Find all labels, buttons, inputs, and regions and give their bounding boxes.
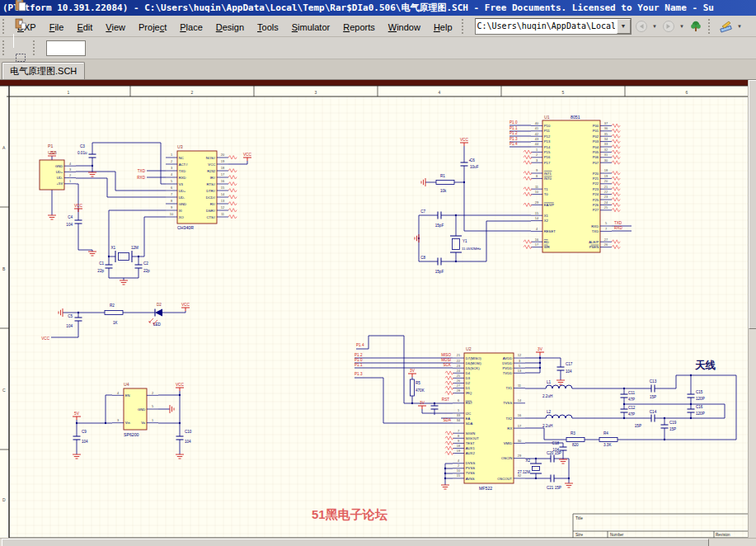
svg-text:EN: EN (125, 393, 130, 398)
menu-help[interactable]: Help (427, 21, 459, 34)
svg-text:T0: T0 (544, 192, 549, 196)
svg-text:R5: R5 (416, 381, 420, 385)
menu-place[interactable]: Place (173, 21, 209, 34)
svg-text:MF522: MF522 (479, 486, 492, 491)
svg-text:R2: R2 (110, 304, 115, 308)
address-input[interactable] (476, 21, 617, 31)
svg-text:DTR#: DTR# (206, 189, 216, 193)
toolbar-grip[interactable] (2, 40, 8, 55)
svg-text:9: 9 (458, 439, 459, 443)
svg-text:104: 104 (185, 440, 191, 444)
svg-text:R232: R232 (207, 169, 216, 173)
svg-text:VCC: VCC (208, 162, 215, 167)
svg-text:RESET: RESET (544, 229, 556, 233)
svg-text:SDA: SDA (444, 418, 452, 422)
toolbar-grip[interactable] (33, 40, 39, 55)
measure-dropdown-icon[interactable]: ▼ (736, 17, 744, 35)
measure-button[interactable] (716, 16, 736, 35)
svg-text:6: 6 (171, 186, 172, 190)
menu-project[interactable]: Project (132, 21, 173, 34)
svg-text:26: 26 (604, 242, 608, 247)
paste-array-button[interactable] (11, 15, 31, 34)
svg-text:Number: Number (610, 533, 624, 537)
address-combo[interactable]: ▼ (475, 18, 632, 35)
back-button[interactable] (632, 16, 651, 35)
svg-text:3V: 3V (410, 369, 416, 373)
svg-text:2: 2 (69, 173, 71, 177)
svg-text:SIGOUT: SIGOUT (466, 436, 479, 440)
address-dropdown-icon[interactable]: ▼ (617, 19, 631, 34)
back-dropdown-icon[interactable]: ▼ (651, 17, 659, 35)
menu-tools[interactable]: Tools (251, 21, 285, 34)
svg-text:UD-: UD- (57, 176, 63, 180)
svg-text:GND: GND (179, 202, 186, 206)
forward-button[interactable] (659, 16, 679, 35)
forward-dropdown-icon[interactable]: ▼ (679, 17, 686, 35)
toolbar-grip[interactable] (2, 19, 8, 34)
svg-text:D7(MISO): D7(MISO) (466, 356, 481, 360)
svg-text:5: 5 (152, 404, 153, 408)
chip-U2-mf522[interactable]: U2MF52221D7(MISO)22D6(MOSI)23D5(SCK)24D4… (445, 346, 525, 491)
menu-design[interactable]: Design (209, 21, 251, 34)
svg-text:D3: D3 (466, 376, 471, 380)
svg-text:12M: 12M (131, 246, 139, 250)
svg-text:11: 11 (535, 185, 538, 189)
svg-text:RXD: RXD (179, 176, 186, 180)
svg-text:+5V: +5V (57, 181, 63, 186)
svg-text:19: 19 (604, 174, 608, 178)
svg-text:15pF: 15pF (435, 224, 444, 228)
svg-text:120P: 120P (696, 397, 705, 401)
horizontal-scrollbar-thumb[interactable] (2, 539, 709, 546)
svg-text:D2: D2 (466, 381, 471, 385)
svg-text:RD: RD (544, 240, 549, 244)
svg-text:9: 9 (171, 205, 172, 209)
schematic-canvas[interactable]: 123456ABCDTitleSizeNumberRevisionB51黑电子论… (0, 80, 756, 546)
paste-button[interactable] (11, 0, 31, 15)
menu-view[interactable]: View (99, 21, 132, 34)
svg-text:3V: 3V (420, 401, 425, 405)
svg-text:C2: C2 (143, 261, 148, 266)
svg-text:33: 33 (604, 142, 608, 146)
svg-text:R1: R1 (440, 174, 445, 178)
svg-text:PVSS: PVSS (466, 466, 475, 470)
svg-text:1: 1 (68, 90, 70, 95)
vertical-scrollbar[interactable] (748, 80, 756, 539)
menu-window[interactable]: Window (382, 21, 427, 34)
svg-text:8: 8 (171, 199, 172, 203)
menu-edit[interactable]: Edit (70, 21, 99, 34)
svg-text:C6: C6 (470, 158, 475, 162)
svg-text:C18: C18 (552, 441, 560, 445)
editor-area: 123456ABCDTitleSizeNumberRevisionB51黑电子论… (0, 80, 756, 546)
menu-simulator[interactable]: Simulator (285, 21, 336, 34)
svg-text:19: 19 (221, 159, 224, 163)
svg-text:VCC: VCC (176, 383, 185, 387)
svg-text:5: 5 (562, 90, 565, 95)
document-tab[interactable]: 电气原理图.SCH (2, 62, 85, 79)
toolbar-grip[interactable] (462, 19, 467, 34)
toolbar-text-field[interactable] (46, 40, 86, 56)
svg-text:8: 8 (458, 434, 459, 438)
svg-text:TX2: TX2 (506, 417, 513, 421)
horizontal-scrollbar[interactable] (0, 538, 756, 546)
svg-text:P03: P03 (593, 139, 599, 144)
svg-text:11.0592MHz: 11.0592MHz (462, 247, 481, 251)
svg-text:3: 3 (117, 418, 119, 422)
svg-text:RI#: RI# (210, 202, 216, 206)
svg-text:10k: 10k (440, 189, 447, 193)
toolbar-grip[interactable] (708, 19, 714, 34)
vertical-scrollbar-thumb[interactable] (749, 80, 756, 329)
svg-text:L2: L2 (547, 410, 552, 414)
svg-text:15: 15 (535, 211, 538, 215)
svg-text:Vin: Vin (125, 421, 131, 425)
svg-text:U1: U1 (544, 115, 550, 120)
svg-text:DVDD: DVDD (502, 361, 512, 365)
svg-text:P1.1: P1.1 (509, 126, 518, 130)
favorites-tree-button[interactable] (686, 16, 706, 35)
menu-file[interactable]: File (43, 21, 71, 34)
svg-text:P13: P13 (544, 139, 551, 144)
svg-text:RXD: RXD (591, 224, 599, 228)
title-bar[interactable]: (Platform 10.391.22084) - C:\Users\huqin… (0, 0, 756, 16)
menu-reports[interactable]: Reports (336, 21, 382, 34)
svg-text:C19: C19 (669, 421, 677, 425)
svg-text:15: 15 (221, 186, 224, 190)
